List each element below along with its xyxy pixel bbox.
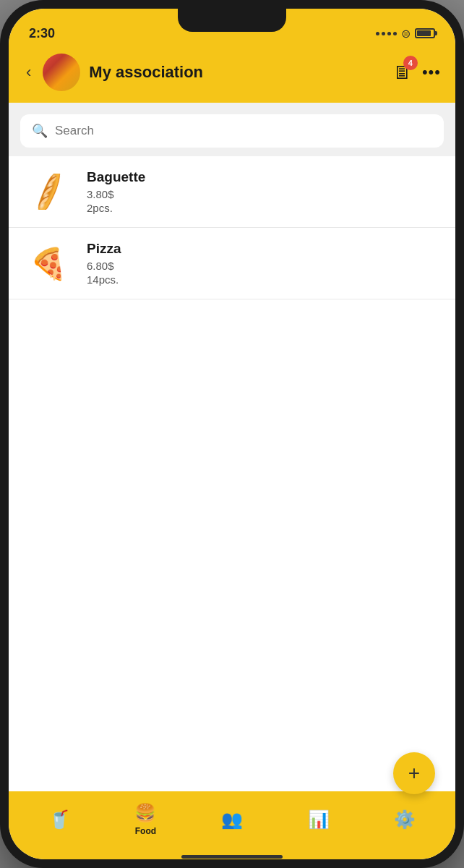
avatar [43, 54, 80, 91]
drinks-icon: 🥤 [48, 809, 70, 830]
nav-item-members[interactable]: 👥 [189, 809, 275, 830]
header-actions: 🗏 4 ••• [393, 61, 441, 84]
search-input[interactable] [55, 124, 432, 138]
fab-container: + [393, 752, 435, 794]
settings-icon: ⚙️ [394, 809, 416, 830]
more-button[interactable]: ••• [422, 63, 441, 82]
phone-frame: 2:30 ⊜ ‹ My association [0, 0, 464, 868]
plus-icon: + [408, 762, 420, 785]
add-button[interactable]: + [393, 752, 435, 794]
search-icon: 🔍 [32, 123, 48, 139]
nav-item-drinks[interactable]: 🥤 [16, 809, 103, 830]
wifi-icon: ⊜ [401, 27, 411, 41]
nav-item-settings[interactable]: ⚙️ [361, 809, 448, 830]
battery-icon [415, 28, 435, 38]
food-icon: 🍔 [134, 803, 156, 823]
status-icons: ⊜ [376, 27, 435, 41]
bottom-nav: 🥤 🍔 Food 👥 📊 ⚙️ [9, 791, 455, 855]
pizza-icon: 🍕 [30, 246, 67, 281]
item-list: 🥖 Baguette 3.80$ 2pcs. 🍕 Pizza 6.80$ [9, 156, 455, 791]
nav-label-food: Food [135, 826, 156, 836]
chat-button[interactable]: 🗏 4 [393, 61, 412, 84]
item-qty: 14pcs. [87, 273, 441, 286]
search-box: 🔍 [20, 114, 444, 148]
signal-icon [376, 32, 397, 35]
home-bar [181, 855, 283, 859]
stats-icon: 📊 [308, 809, 330, 830]
item-qty: 2pcs. [87, 202, 441, 214]
back-button[interactable]: ‹ [23, 60, 34, 85]
item-info-baguette: Baguette 3.80$ 2pcs. [87, 169, 441, 214]
list-item[interactable]: 🍕 Pizza 6.80$ 14pcs. [9, 228, 455, 299]
content-area: 🔍 🥖 Baguette 3.80$ 2pcs. [9, 103, 455, 791]
nav-item-stats[interactable]: 📊 [275, 809, 362, 830]
header: ‹ My association 🗏 4 ••• [9, 46, 455, 103]
page-title: My association [89, 63, 384, 82]
item-name: Pizza [87, 241, 441, 257]
item-info-pizza: Pizza 6.80$ 14pcs. [87, 241, 441, 286]
item-image-baguette: 🥖 [23, 174, 74, 210]
list-item[interactable]: 🥖 Baguette 3.80$ 2pcs. [9, 156, 455, 228]
item-image-pizza: 🍕 [23, 245, 74, 281]
notification-badge: 4 [403, 56, 418, 70]
baguette-icon: 🥖 [25, 174, 72, 210]
item-price: 3.80$ [87, 188, 441, 200]
item-name: Baguette [87, 169, 441, 185]
status-time: 2:30 [29, 26, 55, 41]
members-icon: 👥 [221, 809, 243, 830]
item-price: 6.80$ [87, 260, 441, 272]
notch [178, 9, 286, 32]
home-indicator [9, 855, 455, 859]
search-container: 🔍 [9, 103, 455, 156]
nav-item-food[interactable]: 🍔 Food [103, 803, 189, 836]
phone-inner: 2:30 ⊜ ‹ My association [9, 9, 455, 859]
